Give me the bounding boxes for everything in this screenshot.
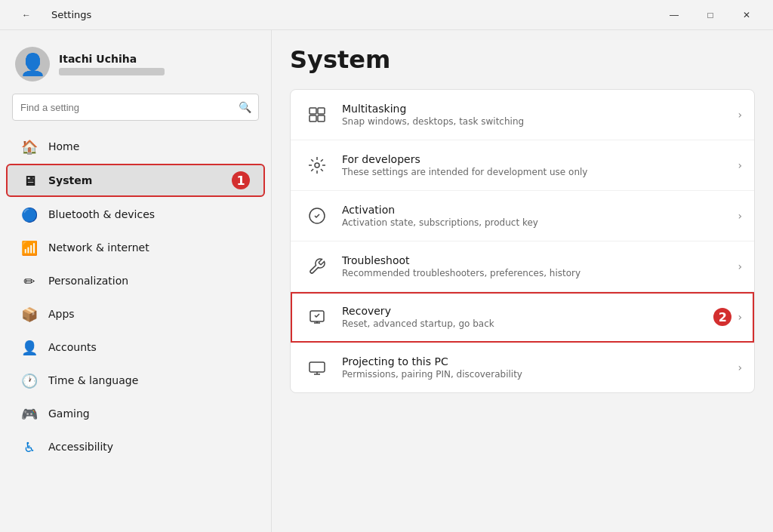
avatar: 👤 <box>15 47 50 81</box>
app-container: 👤 Itachi Uchiha 🔍 🏠 Home 🖥 System 1 🔵 Bl… <box>0 30 773 532</box>
nav-label-personalization: Personalization <box>48 275 250 287</box>
nav-label-bluetooth: Bluetooth & devices <box>48 208 250 220</box>
bluetooth-icon: 🔵 <box>21 206 38 223</box>
nav-item-bluetooth[interactable]: 🔵 Bluetooth & devices <box>6 198 265 230</box>
apps-icon: 📦 <box>21 306 38 322</box>
search-icon: 🔍 <box>239 101 251 113</box>
nav-item-network[interactable]: 📶 Network & internet <box>6 232 265 263</box>
minimize-button[interactable]: — <box>657 3 691 27</box>
nav-item-system[interactable]: 🖥 System 1 <box>6 164 265 197</box>
title-bar-left: ← Settings <box>9 3 91 27</box>
time-icon: 🕐 <box>21 372 38 389</box>
app-title: Settings <box>51 9 91 20</box>
settings-item-projecting[interactable]: Projecting to this PC Permissions, pairi… <box>291 343 754 392</box>
nav-item-apps[interactable]: 📦 Apps <box>6 298 265 330</box>
user-info: Itachi Uchiha <box>59 53 165 75</box>
home-icon: 🏠 <box>21 138 38 155</box>
main-content: System Multitasking Snap windows, deskto… <box>272 30 773 532</box>
projecting-desc: Permissions, pairing PIN, discoverabilit… <box>342 369 738 380</box>
close-button[interactable]: ✕ <box>729 3 764 27</box>
user-section: 👤 Itachi Uchiha <box>0 38 271 94</box>
svg-rect-2 <box>310 115 316 121</box>
accessibility-icon: ♿ <box>21 438 38 455</box>
projecting-icon <box>303 353 331 382</box>
multitasking-chevron: › <box>738 109 742 121</box>
recovery-chevron: › <box>738 311 742 323</box>
projecting-chevron: › <box>738 361 742 374</box>
nav-label-accessibility: Accessibility <box>48 441 250 453</box>
accounts-icon: 👤 <box>21 339 38 355</box>
nav-item-home[interactable]: 🏠 Home <box>6 131 265 162</box>
nav-item-gaming[interactable]: 🎮 Gaming <box>6 398 265 429</box>
multitasking-desc: Snap windows, desktops, task switching <box>342 116 738 127</box>
troubleshoot-chevron: › <box>738 260 742 272</box>
user-name: Itachi Uchiha <box>59 53 165 65</box>
nav-label-time: Time & language <box>48 374 250 386</box>
svg-rect-0 <box>310 108 316 114</box>
multitasking-icon <box>303 100 331 129</box>
gaming-icon: 🎮 <box>21 405 38 422</box>
nav-item-personalization[interactable]: ✏️ Personalization <box>6 265 265 297</box>
nav-item-accessibility[interactable]: ♿ Accessibility <box>6 431 265 463</box>
activation-text: Activation Activation state, subscriptio… <box>342 204 738 228</box>
maximize-button[interactable]: □ <box>693 3 728 27</box>
recovery-text: Recovery Reset, advanced startup, go bac… <box>342 305 707 329</box>
developers-title: For developers <box>342 153 738 165</box>
network-icon: 📶 <box>21 239 38 256</box>
title-bar: ← Settings — □ ✕ <box>0 0 773 30</box>
back-button[interactable]: ← <box>9 3 44 27</box>
activation-title: Activation <box>342 204 738 216</box>
nav-label-apps: Apps <box>48 308 250 320</box>
troubleshoot-desc: Recommended troubleshooters, preferences… <box>342 268 738 278</box>
troubleshoot-icon <box>303 252 331 281</box>
settings-item-activation[interactable]: Activation Activation state, subscriptio… <box>291 191 754 241</box>
troubleshoot-title: Troubleshoot <box>342 254 738 266</box>
nav-label-network: Network & internet <box>48 241 250 254</box>
search-box: 🔍 <box>12 94 259 121</box>
user-email-redacted <box>59 68 165 75</box>
recovery-title: Recovery <box>342 305 707 317</box>
multitasking-title: Multitasking <box>342 103 738 115</box>
projecting-text: Projecting to this PC Permissions, pairi… <box>342 355 738 380</box>
settings-item-developers[interactable]: For developers These settings are intend… <box>291 140 754 191</box>
activation-icon <box>303 201 331 230</box>
settings-item-troubleshoot[interactable]: Troubleshoot Recommended troubleshooters… <box>291 241 754 292</box>
activation-desc: Activation state, subscriptions, product… <box>342 217 738 228</box>
svg-rect-3 <box>318 115 325 121</box>
nav-label-home: Home <box>48 140 250 152</box>
developers-text: For developers These settings are intend… <box>342 153 738 177</box>
multitasking-text: Multitasking Snap windows, desktops, tas… <box>342 103 738 127</box>
settings-list: Multitasking Snap windows, desktops, tas… <box>290 89 755 393</box>
personalization-icon: ✏️ <box>21 272 38 289</box>
activation-chevron: › <box>738 210 742 222</box>
search-input[interactable] <box>12 94 259 121</box>
recovery-desc: Reset, advanced startup, go back <box>342 318 707 329</box>
user-avatar-icon: 👤 <box>20 52 46 77</box>
developers-desc: These settings are intended for developm… <box>342 167 738 177</box>
svg-rect-7 <box>310 362 325 372</box>
nav-label-accounts: Accounts <box>48 341 250 353</box>
svg-rect-1 <box>318 108 325 114</box>
developers-icon <box>303 151 331 180</box>
nav-label-gaming: Gaming <box>48 407 250 420</box>
projecting-title: Projecting to this PC <box>342 355 738 367</box>
troubleshoot-text: Troubleshoot Recommended troubleshooters… <box>342 254 738 278</box>
svg-point-4 <box>315 163 319 168</box>
settings-item-recovery[interactable]: Recovery Reset, advanced startup, go bac… <box>291 292 754 343</box>
page-title: System <box>290 45 755 74</box>
nav-item-accounts[interactable]: 👤 Accounts <box>6 331 265 363</box>
annotation-1: 1 <box>232 171 250 189</box>
window-controls: — □ ✕ <box>657 3 764 27</box>
nav-label-system: System <box>48 174 215 186</box>
recovery-icon <box>303 303 331 331</box>
annotation-2: 2 <box>713 308 731 326</box>
nav-item-time[interactable]: 🕐 Time & language <box>6 364 265 396</box>
settings-item-multitasking[interactable]: Multitasking Snap windows, desktops, tas… <box>291 90 754 140</box>
system-icon: 🖥 <box>21 172 38 189</box>
developers-chevron: › <box>738 159 742 171</box>
sidebar: 👤 Itachi Uchiha 🔍 🏠 Home 🖥 System 1 🔵 Bl… <box>0 30 272 532</box>
